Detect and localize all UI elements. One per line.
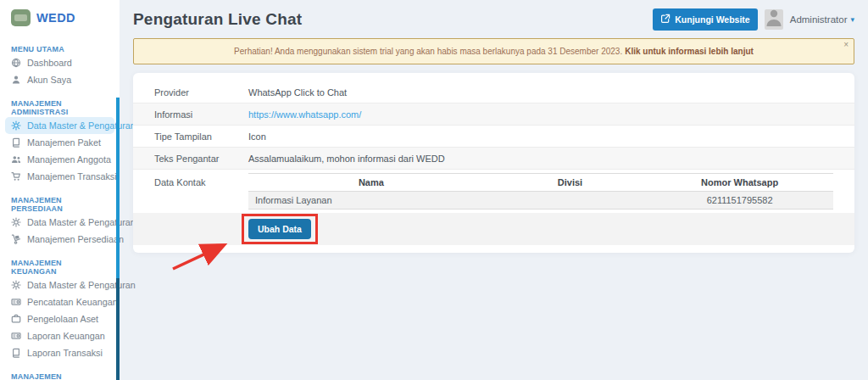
sidebar-section-label: MENU UTAMA (11, 45, 108, 53)
sidebar-item-manajemen-paket[interactable]: Manajemen Paket (0, 134, 120, 151)
avatar[interactable] (765, 9, 783, 30)
sidebar-item-label: Laporan Keuangan (27, 331, 105, 341)
main-content: Pengaturan Live Chat Kunjungi Website Ad… (120, 0, 868, 380)
contacts-table: Nama Divisi Nomor Whatsapp Informasi Lay… (248, 173, 833, 210)
trial-banner-text: Perhatian! Anda menggunakan sistem trial… (234, 47, 754, 56)
brand-name: WEDD (36, 11, 75, 25)
topbar: Pengaturan Live Chat Kunjungi Website Ad… (120, 0, 868, 38)
column-header-nama: Nama (248, 174, 494, 192)
card-footer-band: Ubah Data (133, 213, 854, 245)
field-value: WhatsApp Click to Chat (248, 87, 833, 98)
sidebar-item-akun-saya[interactable]: Akun Saya (0, 71, 120, 88)
users-icon (11, 154, 21, 165)
settings-row-provider: Provider WhatsApp Click to Chat (133, 81, 854, 103)
cell-divisi (494, 192, 646, 210)
book-icon (11, 348, 21, 358)
field-value: Icon (248, 131, 833, 142)
settings-row-informasi: Informasi https://www.whatsapp.com/ (133, 103, 854, 126)
money-icon (11, 331, 21, 341)
sidebar-item-label: Laporan Transaksi (27, 348, 103, 358)
app-window: WEDD MENU UTAMADashboardAkun SayaMANAJEM… (0, 0, 868, 380)
sidebar-item-manajemen-anggota[interactable]: Manajemen Anggota (0, 151, 120, 168)
page-title: Pengaturan Live Chat (133, 10, 302, 29)
sidebar-item-manajemen-persediaan[interactable]: Manajemen Persediaan (0, 231, 120, 248)
visit-website-button[interactable]: Kunjungi Website (653, 8, 757, 31)
briefcase-icon (11, 314, 21, 324)
close-icon[interactable]: × (843, 40, 849, 49)
user-menu[interactable]: Administrator ▾ (790, 14, 854, 25)
sidebar-item-data-master-dan-pengaturan[interactable]: Data Master & Pengaturan (0, 277, 120, 293)
sidebar-item-label: Manajemen Anggota (27, 154, 111, 165)
dolly-icon (11, 234, 21, 244)
cell-nama: Informasi Layanan (248, 192, 494, 210)
table-row: Informasi Layanan 6211151795582 (248, 192, 833, 210)
sidebar-item-label: Pengelolaan Aset (27, 314, 98, 324)
field-label: Provider (154, 87, 248, 98)
cogs-icon (11, 120, 21, 131)
sidebar-item-pencatatan-keuangan[interactable]: Pencatatan Keuangan (0, 293, 120, 310)
user-icon (11, 75, 21, 85)
trial-banner: Perhatian! Anda menggunakan sistem trial… (133, 38, 854, 64)
sidebar-item-label: Akun Saya (27, 75, 71, 85)
money-icon (11, 297, 21, 307)
sidebar-item-label: Dashboard (27, 58, 72, 68)
sidebar-item-label: Manajemen Transaksi (27, 171, 117, 182)
sidebar-item-data-master-dan-pengaturan[interactable]: Data Master & Pengaturan (5, 117, 114, 134)
topbar-right: Kunjungi Website Administrator ▾ (653, 8, 854, 31)
sidebar-item-label: Pencatatan Keuangan (27, 297, 118, 307)
banner-info-link[interactable]: Klik untuk informasi lebih lanjut (625, 47, 754, 56)
field-label: Teks Pengantar (154, 154, 248, 164)
field-value: Assalamualaikum, mohon informasi dari WE… (248, 154, 833, 164)
settings-card: Provider WhatsApp Click to Chat Informas… (133, 73, 854, 253)
chevron-down-icon: ▾ (850, 16, 854, 24)
visit-website-label: Kunjungi Website (675, 14, 749, 25)
sidebar-item-laporan-keuangan[interactable]: Laporan Keuangan (0, 327, 120, 344)
field-label: Informasi (154, 109, 248, 120)
sidebar-section-label: MANAJEMEN PERSEDIAAN (11, 196, 108, 213)
table-header-row: Nama Divisi Nomor Whatsapp (248, 174, 833, 192)
book-icon (11, 137, 21, 148)
globe-icon (11, 58, 21, 68)
cogs-icon (11, 217, 21, 227)
field-label: Tipe Tampilan (154, 131, 248, 142)
settings-row-tipe-tampilan: Tipe Tampilan Icon (133, 126, 854, 148)
sidebar-item-laporan-transaksi[interactable]: Laporan Transaksi (0, 344, 120, 361)
column-header-nomor-whatsapp: Nomor Whatsapp (646, 174, 833, 192)
sidebar-section-label: MANAJEMEN PELANGGAN (11, 372, 108, 380)
field-label: Data Kontak (154, 173, 248, 187)
user-name: Administrator (790, 14, 848, 25)
whatsapp-link[interactable]: https://www.whatsapp.com/ (248, 109, 361, 120)
sidebar-item-dashboard[interactable]: Dashboard (0, 54, 120, 71)
sidebar-item-label: Manajemen Paket (27, 137, 101, 148)
column-header-divisi: Divisi (494, 174, 646, 192)
sidebar-item-data-master-dan-pengaturan[interactable]: Data Master & Pengaturan (0, 214, 120, 231)
sidebar-item-manajemen-transaksi[interactable]: Manajemen Transaksi (0, 168, 120, 185)
ubah-data-button[interactable]: Ubah Data (248, 219, 311, 239)
sidebar-item-label: Manajemen Persediaan (27, 234, 124, 244)
brand-logo-icon (11, 9, 31, 26)
person-icon (765, 9, 783, 30)
settings-row-teks-pengantar: Teks Pengantar Assalamualaikum, mohon in… (133, 148, 854, 170)
cogs-icon (11, 280, 21, 290)
settings-row-data-kontak: Data Kontak Nama Divisi Nomor Whatsapp (133, 170, 854, 213)
sidebar: WEDD MENU UTAMADashboardAkun SayaMANAJEM… (0, 0, 120, 380)
cart-icon (11, 171, 21, 182)
sidebar-section-label: MANAJEMEN KEUANGAN (11, 259, 108, 276)
cell-nomor-whatsapp: 6211151795582 (646, 192, 833, 210)
brand[interactable]: WEDD (0, 0, 120, 34)
sidebar-item-pengelolaan-aset[interactable]: Pengelolaan Aset (0, 310, 120, 327)
sidebar-nav: MENU UTAMADashboardAkun SayaMANAJEMEN AD… (0, 45, 120, 380)
sidebar-section-label: MANAJEMEN ADMINISTRASI (11, 99, 108, 116)
external-link-icon (660, 14, 670, 25)
